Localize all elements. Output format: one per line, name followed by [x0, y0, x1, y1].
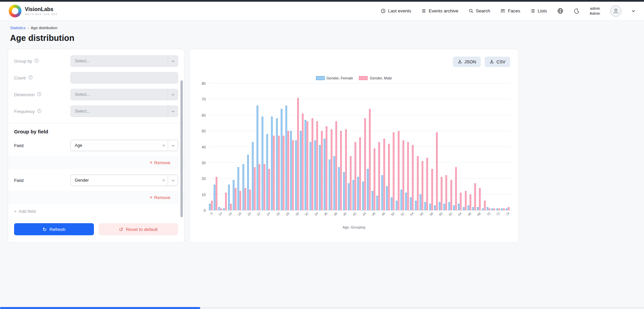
download-icon: [458, 59, 462, 65]
dimension-select-value: Select...: [71, 92, 168, 97]
dark-mode-moon-icon[interactable]: [574, 8, 580, 14]
bar-male-age-74: [508, 207, 509, 210]
x-axis-tick-label: 40: [342, 211, 347, 217]
bar-male-age-55: [417, 156, 419, 210]
field-label-wrap: Field: [14, 178, 70, 183]
legend-item-female[interactable]: Gender, Female: [316, 76, 353, 80]
clear-x-icon[interactable]: ×: [160, 178, 168, 183]
info-icon[interactable]: [37, 92, 42, 98]
dimension-select[interactable]: Select...: [70, 89, 178, 100]
chevron-down-icon: [168, 106, 178, 117]
bar-male-age-30: [297, 98, 299, 210]
bar-group-age-62: 62: [448, 83, 452, 210]
horizontal-scrollbar[interactable]: [0, 307, 644, 309]
legend-item-male[interactable]: Gender, Male: [359, 76, 392, 80]
remove-field-gender-button[interactable]: × Remove: [8, 191, 184, 204]
user-menu-chevron-down-icon[interactable]: [632, 10, 635, 12]
bar-male-age-32: [307, 121, 308, 210]
frequency-select-value: Select...: [71, 109, 168, 114]
bar-group-age-71: [491, 83, 496, 210]
bar-group-age-21: [252, 83, 256, 210]
count-input[interactable]: [70, 72, 178, 83]
bar-male-age-27: [283, 136, 284, 210]
bar-female-age-39: [338, 167, 340, 210]
plot-area: 6141618202224262830323436384042444648505…: [208, 83, 510, 210]
bar-female-age-60: [439, 202, 440, 210]
avatar[interactable]: [610, 5, 622, 17]
language-globe-icon[interactable]: [557, 8, 564, 14]
clear-x-icon[interactable]: ×: [160, 143, 168, 148]
x-axis-tick-label: 68: [476, 211, 481, 217]
plot-row: 01020304050607080 6141618202224262830323…: [198, 83, 510, 210]
bar-female-age-49: [386, 186, 388, 210]
nav-item-events-archive[interactable]: Events archive: [421, 8, 459, 13]
legend-label-male: Gender, Male: [370, 76, 392, 80]
x-axis-tick-label: 36: [323, 211, 328, 217]
bar-female-age-53: [405, 193, 407, 210]
bar-female-age-59: [434, 205, 436, 210]
group-by-select[interactable]: Select...: [70, 55, 178, 67]
bar-female-age-15: [223, 208, 225, 210]
nav-item-search[interactable]: Search: [469, 8, 490, 13]
bar-group-age-16: 16: [227, 83, 232, 210]
x-axis-tick-label: 18: [237, 211, 242, 217]
bar-male-age-60: [441, 177, 442, 210]
breadcrumb-link-statistics[interactable]: Statistics: [10, 26, 25, 30]
bar-group-age-23: [261, 83, 266, 210]
x-axis-tick-label: 20: [247, 211, 252, 217]
bar-female-age-22: [257, 106, 258, 210]
brand[interactable]: VisionLabs MACHINES CAN SEE: [9, 5, 58, 17]
download-csv-button[interactable]: CSV: [485, 57, 510, 67]
y-axis-tick-label: 10: [202, 193, 206, 197]
frequency-select[interactable]: Select...: [70, 106, 178, 117]
bar-male-age-64: [460, 193, 462, 210]
info-icon[interactable]: [37, 109, 42, 114]
bar-female-age-18: [237, 167, 239, 210]
bar-groups: 6141618202224262830323436384042444648505…: [208, 83, 510, 210]
frequency-label-wrap: Frequency: [14, 109, 70, 114]
field-select-age[interactable]: Age ×: [70, 140, 178, 151]
bar-male-age-23: [264, 164, 265, 210]
bar-group-age-25: [271, 83, 275, 210]
bar-male-age-43: [359, 137, 361, 210]
nav-item-lists[interactable]: Lists: [530, 8, 547, 13]
x-axis-tick-label: 52: [400, 211, 405, 217]
field-select-gender[interactable]: Gender ×: [70, 175, 178, 186]
scrollbar-thumb[interactable]: [180, 80, 183, 217]
bar-group-age-56: 56: [419, 83, 424, 210]
bar-female-age-37: [329, 160, 330, 210]
refresh-label: Refresh: [49, 227, 65, 232]
bar-group-age-50: 50: [390, 83, 395, 210]
bar-female-age-52: [400, 190, 402, 210]
x-axis-tick-label: 6: [209, 211, 213, 215]
bar-group-age-34: 34: [314, 83, 318, 210]
horizontal-scrollbar-thumb[interactable]: [0, 307, 200, 309]
bar-group-age-29: [290, 83, 294, 210]
nav-item-last-events[interactable]: Last events: [381, 8, 411, 13]
remove-field-age-button[interactable]: × Remove: [8, 156, 184, 169]
refresh-button[interactable]: ↻ Refresh: [14, 223, 94, 235]
visionlabs-logo-icon: [9, 5, 21, 17]
info-icon[interactable]: [28, 75, 33, 81]
bar-group-age-58: 58: [429, 83, 433, 210]
add-field-button[interactable]: + Add field: [8, 204, 184, 219]
bar-female-age-55: [415, 201, 417, 210]
bar-group-age-63: [452, 83, 457, 210]
plus-icon: +: [14, 209, 17, 214]
bar-group-age-70: 70: [486, 83, 491, 210]
x-axis-tick-label: 16: [227, 211, 232, 217]
bar-male-age-69: [484, 201, 486, 210]
bar-male-age-70: [489, 208, 490, 210]
bar-female-age-34: [314, 140, 316, 210]
x-axis-tick-label: 44: [362, 211, 367, 217]
download-json-label: JSON: [465, 59, 476, 64]
bar-female-age-19: [243, 164, 244, 210]
reset-to-default-button[interactable]: ↺ Reset to default: [99, 223, 178, 235]
bar-female-age-24: [266, 134, 268, 210]
info-icon[interactable]: [34, 58, 39, 64]
filters-vertical-scrollbar[interactable]: [180, 50, 183, 241]
download-json-button[interactable]: JSON: [453, 57, 481, 67]
bar-male-age-35: [321, 131, 323, 210]
nav-item-faces[interactable]: Faces: [500, 8, 520, 13]
bar-group-age-51: [395, 83, 400, 210]
